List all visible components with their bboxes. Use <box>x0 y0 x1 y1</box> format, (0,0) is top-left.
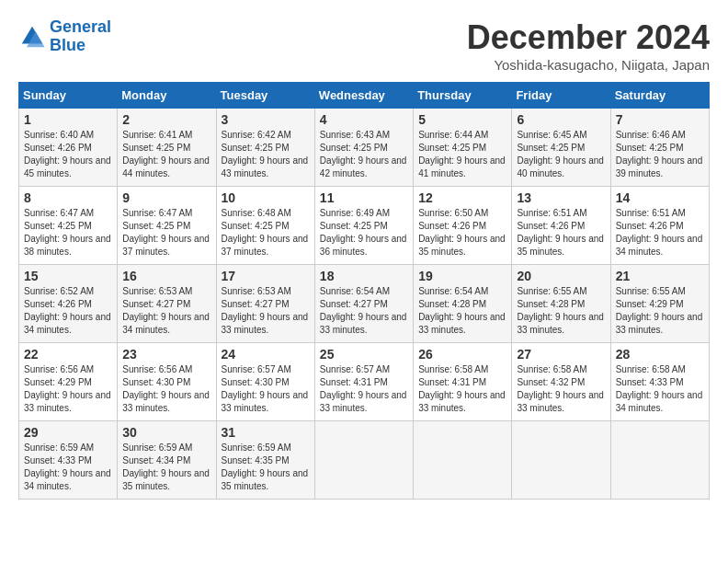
table-row: 16 Sunrise: 6:53 AM Sunset: 4:27 PM Dayl… <box>118 265 216 343</box>
day-number: 10 <box>222 190 310 205</box>
table-row <box>414 421 512 500</box>
table-row: 14 Sunrise: 6:51 AM Sunset: 4:26 PM Dayl… <box>610 187 709 265</box>
table-row: 15 Sunrise: 6:52 AM Sunset: 4:26 PM Dayl… <box>19 265 118 343</box>
day-info: Sunrise: 6:59 AM Sunset: 4:35 PM Dayligh… <box>222 442 310 493</box>
day-info: Sunrise: 6:48 AM Sunset: 4:25 PM Dayligh… <box>222 207 310 259</box>
day-info: Sunrise: 6:42 AM Sunset: 4:25 PM Dayligh… <box>222 129 310 180</box>
day-number: 23 <box>122 347 210 362</box>
day-info: Sunrise: 6:54 AM Sunset: 4:28 PM Dayligh… <box>418 285 506 337</box>
day-number: 14 <box>616 190 704 205</box>
col-sunday: Sunday <box>19 83 118 109</box>
table-row: 17 Sunrise: 6:53 AM Sunset: 4:27 PM Dayl… <box>216 265 314 343</box>
day-info: Sunrise: 6:51 AM Sunset: 4:26 PM Dayligh… <box>517 207 605 259</box>
table-row: 4 Sunrise: 6:43 AM Sunset: 4:25 PM Dayli… <box>314 109 413 187</box>
day-info: Sunrise: 6:49 AM Sunset: 4:25 PM Dayligh… <box>320 207 408 259</box>
day-number: 27 <box>517 347 605 362</box>
day-number: 22 <box>24 347 112 362</box>
table-row: 13 Sunrise: 6:51 AM Sunset: 4:26 PM Dayl… <box>512 187 610 265</box>
table-row <box>610 421 709 500</box>
day-number: 16 <box>122 269 210 283</box>
table-row: 20 Sunrise: 6:55 AM Sunset: 4:28 PM Dayl… <box>512 265 610 343</box>
day-number: 21 <box>616 269 704 283</box>
day-info: Sunrise: 6:54 AM Sunset: 4:27 PM Dayligh… <box>320 285 408 337</box>
location-title: Yoshida-kasugacho, Niigata, Japan <box>467 57 710 73</box>
table-row: 22 Sunrise: 6:56 AM Sunset: 4:29 PM Dayl… <box>19 343 118 421</box>
day-info: Sunrise: 6:53 AM Sunset: 4:27 PM Dayligh… <box>222 285 310 337</box>
table-row: 3 Sunrise: 6:42 AM Sunset: 4:25 PM Dayli… <box>216 109 314 187</box>
table-row: 11 Sunrise: 6:49 AM Sunset: 4:25 PM Dayl… <box>314 187 413 265</box>
day-number: 25 <box>320 347 408 362</box>
table-row: 25 Sunrise: 6:57 AM Sunset: 4:31 PM Dayl… <box>314 343 413 421</box>
day-info: Sunrise: 6:57 AM Sunset: 4:30 PM Dayligh… <box>222 363 310 415</box>
col-wednesday: Wednesday <box>314 83 413 109</box>
day-info: Sunrise: 6:57 AM Sunset: 4:31 PM Dayligh… <box>320 363 408 415</box>
day-info: Sunrise: 6:56 AM Sunset: 4:29 PM Dayligh… <box>24 363 112 415</box>
table-row: 7 Sunrise: 6:46 AM Sunset: 4:25 PM Dayli… <box>610 109 709 187</box>
day-number: 11 <box>320 190 408 205</box>
table-row: 28 Sunrise: 6:58 AM Sunset: 4:33 PM Dayl… <box>610 343 709 421</box>
table-row: 30 Sunrise: 6:59 AM Sunset: 4:34 PM Dayl… <box>118 421 216 500</box>
table-row: 23 Sunrise: 6:56 AM Sunset: 4:30 PM Dayl… <box>118 343 216 421</box>
table-row: 5 Sunrise: 6:44 AM Sunset: 4:25 PM Dayli… <box>414 109 512 187</box>
title-area: December 2024 Yoshida-kasugacho, Niigata… <box>467 18 710 73</box>
day-number: 7 <box>616 112 704 127</box>
col-tuesday: Tuesday <box>216 83 314 109</box>
col-thursday: Thursday <box>414 83 512 109</box>
day-info: Sunrise: 6:50 AM Sunset: 4:26 PM Dayligh… <box>418 207 506 259</box>
day-number: 15 <box>24 269 112 283</box>
table-row: 21 Sunrise: 6:55 AM Sunset: 4:29 PM Dayl… <box>610 265 709 343</box>
day-info: Sunrise: 6:58 AM Sunset: 4:31 PM Dayligh… <box>418 363 506 415</box>
calendar-table: Sunday Monday Tuesday Wednesday Thursday… <box>18 82 710 500</box>
calendar-week-row: 8 Sunrise: 6:47 AM Sunset: 4:25 PM Dayli… <box>19 187 710 265</box>
calendar-week-row: 22 Sunrise: 6:56 AM Sunset: 4:29 PM Dayl… <box>19 343 710 421</box>
day-number: 5 <box>418 112 506 127</box>
day-info: Sunrise: 6:51 AM Sunset: 4:26 PM Dayligh… <box>616 207 704 259</box>
table-row <box>314 421 413 500</box>
table-row <box>512 421 610 500</box>
col-monday: Monday <box>118 83 216 109</box>
day-info: Sunrise: 6:56 AM Sunset: 4:30 PM Dayligh… <box>122 363 210 415</box>
day-info: Sunrise: 6:41 AM Sunset: 4:25 PM Dayligh… <box>122 129 210 180</box>
table-row: 12 Sunrise: 6:50 AM Sunset: 4:26 PM Dayl… <box>414 187 512 265</box>
day-info: Sunrise: 6:53 AM Sunset: 4:27 PM Dayligh… <box>122 285 210 337</box>
day-info: Sunrise: 6:43 AM Sunset: 4:25 PM Dayligh… <box>320 129 408 180</box>
day-number: 18 <box>320 269 408 283</box>
day-number: 24 <box>222 347 310 362</box>
table-row: 24 Sunrise: 6:57 AM Sunset: 4:30 PM Dayl… <box>216 343 314 421</box>
col-saturday: Saturday <box>610 83 709 109</box>
day-number: 19 <box>418 269 506 283</box>
day-number: 3 <box>222 112 310 127</box>
day-info: Sunrise: 6:44 AM Sunset: 4:25 PM Dayligh… <box>418 129 506 180</box>
day-info: Sunrise: 6:46 AM Sunset: 4:25 PM Dayligh… <box>616 129 704 180</box>
logo-icon <box>18 23 46 51</box>
day-info: Sunrise: 6:59 AM Sunset: 4:33 PM Dayligh… <box>24 442 112 493</box>
table-row: 18 Sunrise: 6:54 AM Sunset: 4:27 PM Dayl… <box>314 265 413 343</box>
day-info: Sunrise: 6:59 AM Sunset: 4:34 PM Dayligh… <box>122 442 210 493</box>
logo-line2: Blue <box>50 36 85 54</box>
day-info: Sunrise: 6:58 AM Sunset: 4:33 PM Dayligh… <box>616 363 704 415</box>
day-number: 1 <box>24 112 112 127</box>
table-row: 29 Sunrise: 6:59 AM Sunset: 4:33 PM Dayl… <box>19 421 118 500</box>
day-number: 20 <box>517 269 605 283</box>
calendar-week-row: 29 Sunrise: 6:59 AM Sunset: 4:33 PM Dayl… <box>19 421 710 500</box>
table-row: 9 Sunrise: 6:47 AM Sunset: 4:25 PM Dayli… <box>118 187 216 265</box>
day-number: 31 <box>222 425 310 440</box>
table-row: 1 Sunrise: 6:40 AM Sunset: 4:26 PM Dayli… <box>19 109 118 187</box>
table-row: 2 Sunrise: 6:41 AM Sunset: 4:25 PM Dayli… <box>118 109 216 187</box>
calendar-week-row: 15 Sunrise: 6:52 AM Sunset: 4:26 PM Dayl… <box>19 265 710 343</box>
day-number: 28 <box>616 347 704 362</box>
table-row: 6 Sunrise: 6:45 AM Sunset: 4:25 PM Dayli… <box>512 109 610 187</box>
table-row: 27 Sunrise: 6:58 AM Sunset: 4:32 PM Dayl… <box>512 343 610 421</box>
header-row: Sunday Monday Tuesday Wednesday Thursday… <box>19 83 710 109</box>
day-number: 13 <box>517 190 605 205</box>
table-row: 8 Sunrise: 6:47 AM Sunset: 4:25 PM Dayli… <box>19 187 118 265</box>
logo-line1: General <box>50 17 111 36</box>
table-row: 19 Sunrise: 6:54 AM Sunset: 4:28 PM Dayl… <box>414 265 512 343</box>
day-info: Sunrise: 6:45 AM Sunset: 4:25 PM Dayligh… <box>517 129 605 180</box>
day-number: 9 <box>122 190 210 205</box>
header: General Blue December 2024 Yoshida-kasug… <box>18 18 710 73</box>
day-number: 26 <box>418 347 506 362</box>
logo: General Blue <box>18 18 111 55</box>
day-number: 17 <box>222 269 310 283</box>
month-title: December 2024 <box>467 18 710 57</box>
